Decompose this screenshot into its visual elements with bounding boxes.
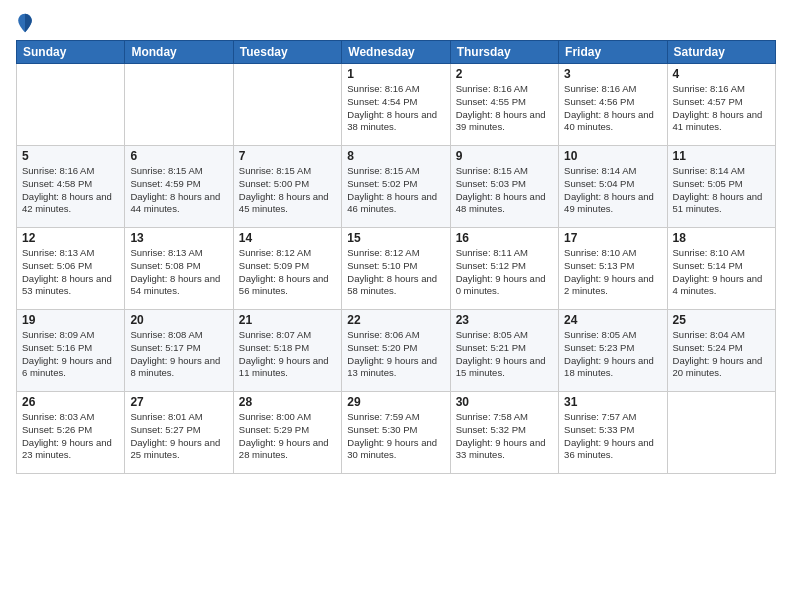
day-number: 24 [564,313,661,327]
day-info: Sunrise: 7:59 AM Sunset: 5:30 PM Dayligh… [347,411,444,462]
day-number: 11 [673,149,770,163]
day-info: Sunrise: 8:07 AM Sunset: 5:18 PM Dayligh… [239,329,336,380]
day-info: Sunrise: 8:10 AM Sunset: 5:14 PM Dayligh… [673,247,770,298]
calendar-cell: 7Sunrise: 8:15 AM Sunset: 5:00 PM Daylig… [233,146,341,228]
day-info: Sunrise: 8:16 AM Sunset: 4:56 PM Dayligh… [564,83,661,134]
day-number: 6 [130,149,227,163]
day-info: Sunrise: 8:05 AM Sunset: 5:23 PM Dayligh… [564,329,661,380]
day-number: 10 [564,149,661,163]
calendar-cell: 13Sunrise: 8:13 AM Sunset: 5:08 PM Dayli… [125,228,233,310]
day-number: 21 [239,313,336,327]
calendar-cell [125,64,233,146]
calendar-cell: 4Sunrise: 8:16 AM Sunset: 4:57 PM Daylig… [667,64,775,146]
day-info: Sunrise: 8:14 AM Sunset: 5:05 PM Dayligh… [673,165,770,216]
calendar-cell [233,64,341,146]
weekday-header-friday: Friday [559,41,667,64]
day-info: Sunrise: 8:16 AM Sunset: 4:58 PM Dayligh… [22,165,119,216]
calendar-cell: 1Sunrise: 8:16 AM Sunset: 4:54 PM Daylig… [342,64,450,146]
day-number: 17 [564,231,661,245]
day-number: 14 [239,231,336,245]
day-number: 20 [130,313,227,327]
calendar-cell: 28Sunrise: 8:00 AM Sunset: 5:29 PM Dayli… [233,392,341,474]
calendar-cell [17,64,125,146]
calendar-cell: 31Sunrise: 7:57 AM Sunset: 5:33 PM Dayli… [559,392,667,474]
calendar-cell: 21Sunrise: 8:07 AM Sunset: 5:18 PM Dayli… [233,310,341,392]
calendar-cell: 11Sunrise: 8:14 AM Sunset: 5:05 PM Dayli… [667,146,775,228]
day-info: Sunrise: 8:08 AM Sunset: 5:17 PM Dayligh… [130,329,227,380]
day-number: 4 [673,67,770,81]
day-number: 30 [456,395,553,409]
weekday-header-sunday: Sunday [17,41,125,64]
day-number: 23 [456,313,553,327]
day-number: 2 [456,67,553,81]
calendar-cell: 18Sunrise: 8:10 AM Sunset: 5:14 PM Dayli… [667,228,775,310]
day-info: Sunrise: 8:13 AM Sunset: 5:08 PM Dayligh… [130,247,227,298]
day-number: 3 [564,67,661,81]
day-number: 28 [239,395,336,409]
day-number: 25 [673,313,770,327]
day-info: Sunrise: 8:16 AM Sunset: 4:57 PM Dayligh… [673,83,770,134]
calendar-cell: 2Sunrise: 8:16 AM Sunset: 4:55 PM Daylig… [450,64,558,146]
calendar-cell: 26Sunrise: 8:03 AM Sunset: 5:26 PM Dayli… [17,392,125,474]
day-info: Sunrise: 7:58 AM Sunset: 5:32 PM Dayligh… [456,411,553,462]
calendar-cell: 20Sunrise: 8:08 AM Sunset: 5:17 PM Dayli… [125,310,233,392]
day-info: Sunrise: 8:15 AM Sunset: 5:00 PM Dayligh… [239,165,336,216]
day-info: Sunrise: 8:15 AM Sunset: 5:03 PM Dayligh… [456,165,553,216]
day-number: 31 [564,395,661,409]
weekday-header-thursday: Thursday [450,41,558,64]
weekday-header-monday: Monday [125,41,233,64]
day-number: 27 [130,395,227,409]
weekday-header-wednesday: Wednesday [342,41,450,64]
day-number: 22 [347,313,444,327]
day-info: Sunrise: 8:09 AM Sunset: 5:16 PM Dayligh… [22,329,119,380]
calendar-cell: 25Sunrise: 8:04 AM Sunset: 5:24 PM Dayli… [667,310,775,392]
day-info: Sunrise: 7:57 AM Sunset: 5:33 PM Dayligh… [564,411,661,462]
calendar-cell: 8Sunrise: 8:15 AM Sunset: 5:02 PM Daylig… [342,146,450,228]
logo-icon [16,12,34,34]
day-number: 9 [456,149,553,163]
day-number: 19 [22,313,119,327]
day-number: 13 [130,231,227,245]
calendar-cell: 10Sunrise: 8:14 AM Sunset: 5:04 PM Dayli… [559,146,667,228]
day-info: Sunrise: 8:12 AM Sunset: 5:09 PM Dayligh… [239,247,336,298]
day-info: Sunrise: 8:01 AM Sunset: 5:27 PM Dayligh… [130,411,227,462]
day-info: Sunrise: 8:13 AM Sunset: 5:06 PM Dayligh… [22,247,119,298]
calendar-cell: 14Sunrise: 8:12 AM Sunset: 5:09 PM Dayli… [233,228,341,310]
day-info: Sunrise: 8:15 AM Sunset: 4:59 PM Dayligh… [130,165,227,216]
day-info: Sunrise: 8:03 AM Sunset: 5:26 PM Dayligh… [22,411,119,462]
day-info: Sunrise: 8:12 AM Sunset: 5:10 PM Dayligh… [347,247,444,298]
weekday-header-tuesday: Tuesday [233,41,341,64]
calendar-cell: 6Sunrise: 8:15 AM Sunset: 4:59 PM Daylig… [125,146,233,228]
day-info: Sunrise: 8:06 AM Sunset: 5:20 PM Dayligh… [347,329,444,380]
day-number: 26 [22,395,119,409]
day-info: Sunrise: 8:11 AM Sunset: 5:12 PM Dayligh… [456,247,553,298]
day-number: 16 [456,231,553,245]
day-number: 5 [22,149,119,163]
day-number: 18 [673,231,770,245]
calendar-cell: 15Sunrise: 8:12 AM Sunset: 5:10 PM Dayli… [342,228,450,310]
day-info: Sunrise: 8:00 AM Sunset: 5:29 PM Dayligh… [239,411,336,462]
calendar-cell: 30Sunrise: 7:58 AM Sunset: 5:32 PM Dayli… [450,392,558,474]
calendar-table: SundayMondayTuesdayWednesdayThursdayFrid… [16,40,776,474]
calendar-cell: 17Sunrise: 8:10 AM Sunset: 5:13 PM Dayli… [559,228,667,310]
logo [16,12,36,34]
calendar-cell: 29Sunrise: 7:59 AM Sunset: 5:30 PM Dayli… [342,392,450,474]
day-number: 7 [239,149,336,163]
day-number: 8 [347,149,444,163]
weekday-header-saturday: Saturday [667,41,775,64]
calendar-cell: 5Sunrise: 8:16 AM Sunset: 4:58 PM Daylig… [17,146,125,228]
calendar-cell: 12Sunrise: 8:13 AM Sunset: 5:06 PM Dayli… [17,228,125,310]
day-info: Sunrise: 8:16 AM Sunset: 4:54 PM Dayligh… [347,83,444,134]
day-info: Sunrise: 8:16 AM Sunset: 4:55 PM Dayligh… [456,83,553,134]
day-info: Sunrise: 8:10 AM Sunset: 5:13 PM Dayligh… [564,247,661,298]
day-number: 15 [347,231,444,245]
day-info: Sunrise: 8:14 AM Sunset: 5:04 PM Dayligh… [564,165,661,216]
day-info: Sunrise: 8:05 AM Sunset: 5:21 PM Dayligh… [456,329,553,380]
calendar-cell: 16Sunrise: 8:11 AM Sunset: 5:12 PM Dayli… [450,228,558,310]
calendar-cell: 22Sunrise: 8:06 AM Sunset: 5:20 PM Dayli… [342,310,450,392]
day-number: 29 [347,395,444,409]
calendar-cell: 24Sunrise: 8:05 AM Sunset: 5:23 PM Dayli… [559,310,667,392]
day-number: 1 [347,67,444,81]
calendar-cell: 9Sunrise: 8:15 AM Sunset: 5:03 PM Daylig… [450,146,558,228]
day-info: Sunrise: 8:15 AM Sunset: 5:02 PM Dayligh… [347,165,444,216]
